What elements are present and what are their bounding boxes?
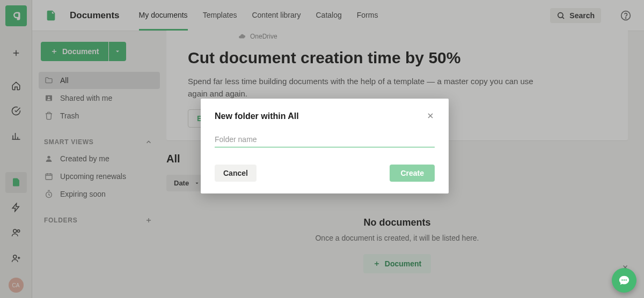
new-folder-modal: New folder within All Cancel Create xyxy=(201,99,449,193)
cancel-button[interactable]: Cancel xyxy=(215,165,257,182)
close-icon xyxy=(426,111,435,120)
modal-title: New folder within All xyxy=(215,111,299,121)
modal-close-button[interactable] xyxy=(426,111,435,120)
chat-icon xyxy=(618,274,630,286)
folder-name-input[interactable] xyxy=(215,132,435,147)
svg-point-12 xyxy=(624,279,625,280)
svg-point-11 xyxy=(621,279,623,280)
svg-point-13 xyxy=(625,279,626,280)
create-button[interactable]: Create xyxy=(390,165,435,182)
chat-fab[interactable] xyxy=(612,268,636,293)
